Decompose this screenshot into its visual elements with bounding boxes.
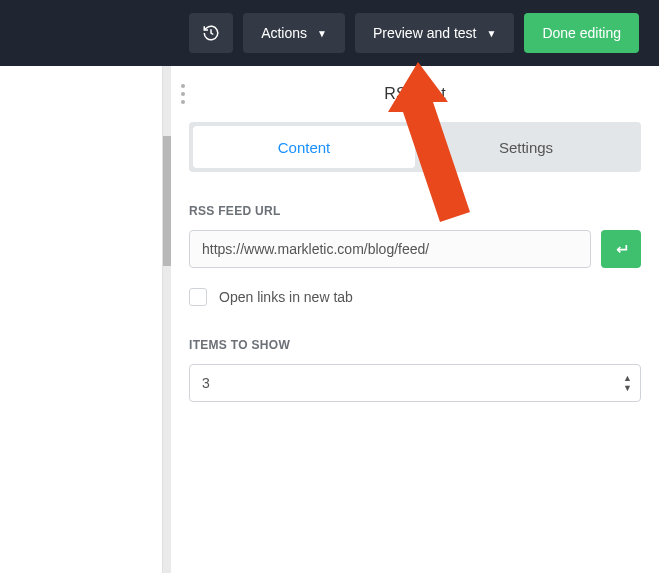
content-panel: RSS Set Content Settings RSS FEED URL O (171, 66, 659, 573)
done-label: Done editing (542, 25, 621, 41)
left-sidebar (0, 66, 163, 573)
actions-dropdown[interactable]: Actions ▼ (243, 13, 345, 53)
preview-label: Preview and test (373, 25, 477, 41)
items-to-show-label: ITEMS TO SHOW (189, 338, 641, 352)
main-area: RSS Set Content Settings RSS FEED URL O (0, 66, 659, 573)
stepper-down-icon[interactable]: ▼ (623, 383, 632, 393)
submit-url-button[interactable] (601, 230, 641, 268)
actions-label: Actions (261, 25, 307, 41)
drag-handle-icon[interactable] (171, 84, 185, 104)
scrollbar-thumb[interactable] (163, 136, 171, 266)
done-editing-button[interactable]: Done editing (524, 13, 639, 53)
enter-icon (613, 241, 629, 257)
tab-settings[interactable]: Settings (415, 126, 637, 168)
caret-down-icon: ▼ (317, 28, 327, 39)
top-bar: Actions ▼ Preview and test ▼ Done editin… (0, 0, 659, 66)
block-header: RSS Set (171, 66, 659, 122)
history-icon (202, 24, 220, 42)
stepper-up-icon[interactable]: ▲ (623, 373, 632, 383)
open-new-tab-checkbox[interactable] (189, 288, 207, 306)
items-to-show-stepper[interactable]: 3 ▲ ▼ (189, 364, 641, 402)
rss-url-label: RSS FEED URL (189, 204, 641, 218)
tabs: Content Settings (189, 122, 641, 172)
block-title: RSS Set (384, 85, 445, 103)
history-button[interactable] (189, 13, 233, 53)
caret-down-icon: ▼ (486, 28, 496, 39)
open-new-tab-row: Open links in new tab (189, 288, 641, 306)
preview-test-dropdown[interactable]: Preview and test ▼ (355, 13, 514, 53)
tab-content[interactable]: Content (193, 126, 415, 168)
rss-url-input[interactable] (189, 230, 591, 268)
scrollbar[interactable] (163, 66, 171, 573)
items-value: 3 (202, 375, 210, 391)
open-new-tab-label: Open links in new tab (219, 289, 353, 305)
